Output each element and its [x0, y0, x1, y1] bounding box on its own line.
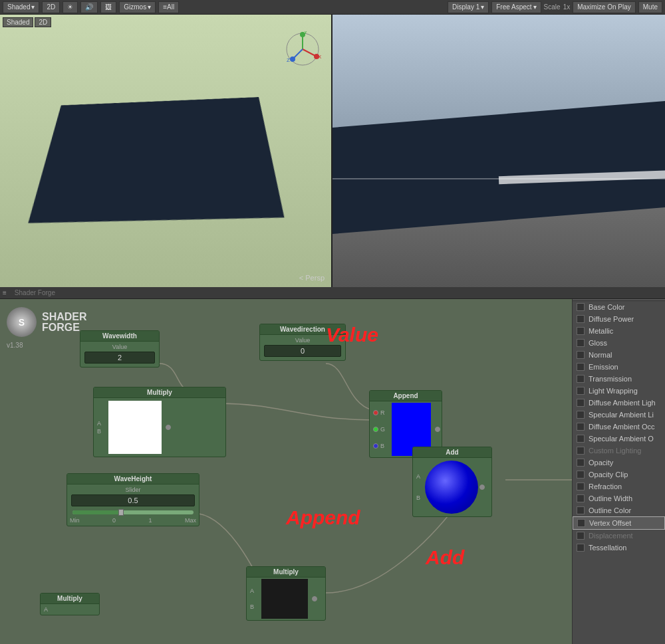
shaded-dropdown[interactable]: Shaded ▾	[3, 1, 39, 13]
slider-labels: Min 0 1 Max	[70, 517, 196, 524]
panel-checkbox-18[interactable]	[577, 519, 585, 527]
panel-item-base-color[interactable]: Base Color	[573, 301, 665, 313]
panel-checkbox-12[interactable]	[577, 447, 585, 455]
slider-thumb[interactable]	[118, 509, 124, 516]
add-out-dot	[479, 484, 485, 490]
panel-checkbox-9[interactable]	[577, 411, 585, 419]
all-button[interactable]: ≡All	[158, 1, 179, 13]
panel-item-displacement[interactable]: Displacement	[573, 530, 665, 542]
floating-value-label: Value	[326, 324, 378, 346]
panel-checkbox-8[interactable]	[577, 399, 585, 407]
panel-checkbox-7[interactable]	[577, 387, 585, 395]
node-add-out	[478, 482, 486, 492]
panel-checkbox-19[interactable]	[577, 532, 585, 540]
node-waveheight[interactable]: WaveHeight Slider 0.5 Min 0 1 Max	[66, 473, 200, 526]
panel-checkbox-5[interactable]	[577, 363, 585, 371]
panel-checkbox-17[interactable]	[577, 506, 585, 514]
panel-item-label-5: Emission	[589, 363, 618, 371]
node-add-body: A B	[413, 458, 491, 516]
panel-item-label-14: Opacity Clip	[589, 471, 628, 479]
panel-item-label-2: Metallic	[589, 327, 613, 335]
panel-item-opacity-clip[interactable]: Opacity Clip	[573, 469, 665, 481]
sun-button[interactable]: ☀	[63, 1, 78, 13]
viewport-right[interactable]	[332, 15, 665, 287]
image-button[interactable]: 🖼	[100, 1, 116, 13]
sf-header-path: Shader Forge	[9, 289, 61, 296]
panel-checkbox-4[interactable]	[577, 351, 585, 359]
node-wavedirection-value[interactable]: 0	[264, 345, 341, 357]
panel-checkbox-1[interactable]	[577, 315, 585, 323]
node-multiply1[interactable]: Multiply A B	[93, 387, 226, 457]
node-wavewidth-value[interactable]: 2	[84, 352, 155, 364]
sf-canvas[interactable]: S SHADER FORGE v1.38 Wavewidth Value 2 W…	[0, 287, 572, 644]
gizmos-button[interactable]: Gizmos ▾	[119, 1, 156, 13]
sf-logo: S SHADER FORGE	[7, 307, 87, 337]
sf-menu-btn[interactable]: ≡	[0, 289, 9, 296]
svg-text:Y: Y	[304, 31, 308, 35]
panel-checkbox-2[interactable]	[577, 327, 585, 335]
panel-checkbox-20[interactable]	[577, 544, 585, 552]
append-r-dot	[373, 410, 378, 415]
panel-checkbox-15[interactable]	[577, 483, 585, 490]
svg-point-8	[290, 56, 295, 62]
panel-item-specular-ambient-o[interactable]: Specular Ambient O	[573, 433, 665, 445]
2d-button[interactable]: 2D	[42, 1, 60, 13]
panel-checkbox-14[interactable]	[577, 471, 585, 479]
node-add[interactable]: Add A B	[412, 447, 492, 517]
sf-logo-line1: SHADER	[42, 312, 87, 322]
panel-item-refraction[interactable]: Refraction	[573, 481, 665, 492]
panel-item-emission[interactable]: Emission	[573, 361, 665, 373]
panel-item-transmission[interactable]: Transmission	[573, 373, 665, 385]
vp-left-2d[interactable]: 2D	[35, 17, 51, 27]
panel-item-diffuse-ambient-ligh[interactable]: Diffuse Ambient Ligh	[573, 397, 665, 409]
node-mb-out	[311, 595, 319, 603]
panel-item-vertex-offset[interactable]: Vertex Offset	[573, 516, 665, 530]
panel-item-normal[interactable]: Normal	[573, 349, 665, 361]
plane-left	[8, 91, 331, 242]
mute-button[interactable]: Mute	[638, 1, 662, 13]
panel-item-label-4: Normal	[589, 351, 612, 359]
panel-item-custom-lighting[interactable]: Custom Lighting	[573, 445, 665, 457]
node-add-title: Add	[413, 447, 491, 458]
panel-checkbox-3[interactable]	[577, 339, 585, 347]
panel-checkbox-6[interactable]	[577, 375, 585, 383]
panel-item-outline-color[interactable]: Outline Color	[573, 504, 665, 516]
node-add-preview-container	[425, 458, 478, 516]
panel-item-label-17: Outline Color	[589, 506, 631, 514]
panel-item-metallic[interactable]: Metallic	[573, 325, 665, 337]
panel-item-light-wrapping[interactable]: Light Wrapping	[573, 385, 665, 397]
panel-item-opacity[interactable]: Opacity	[573, 457, 665, 469]
node-wavewidth[interactable]: Wavewidth Value 2	[80, 330, 160, 368]
vp-left-shaded[interactable]: Shaded	[3, 17, 33, 27]
audio-button[interactable]: 🔊	[80, 1, 98, 13]
node-waveheight-slider[interactable]	[70, 508, 196, 517]
panel-item-outline-width[interactable]: Outline Width	[573, 492, 665, 504]
maximize-button[interactable]: Maximize On Play	[573, 1, 636, 13]
node-m2-a: A	[42, 605, 51, 613]
panel-checkbox-11[interactable]	[577, 435, 585, 443]
panel-item-label-1: Diffuse Power	[589, 315, 634, 323]
panel-item-gloss[interactable]: Gloss	[573, 337, 665, 349]
mb-b-label: B	[250, 603, 255, 610]
panel-item-tessellation[interactable]: Tessellation	[573, 542, 665, 554]
viewport-left[interactable]: Shaded 2D Y X Z < Persp	[0, 15, 332, 287]
slider-track[interactable]	[72, 510, 194, 514]
panel-item-specular-ambient-li[interactable]: Specular Ambient Li	[573, 409, 665, 421]
node-waveheight-value[interactable]: 0.5	[71, 494, 195, 506]
node-multiply2-small[interactable]: Multiply A	[40, 593, 100, 615]
panel-item-label-16: Outline Width	[589, 494, 632, 502]
panel-checkbox-16[interactable]	[577, 494, 585, 502]
aspect-dropdown[interactable]: Free Aspect ▾	[491, 1, 541, 13]
panel-checkbox-10[interactable]	[577, 423, 585, 431]
display-dropdown[interactable]: Display 1 ▾	[448, 1, 489, 13]
panel-item-label-20: Tessellation	[589, 544, 626, 552]
panel-checkbox-13[interactable]	[577, 459, 585, 467]
node-multiply-bottom[interactable]: Multiply A B	[246, 566, 326, 621]
panel-checkbox-0[interactable]	[577, 303, 585, 311]
panel-item-label-19: Displacement	[589, 532, 633, 540]
panel-item-diffuse-ambient-occ[interactable]: Diffuse Ambient Occ	[573, 421, 665, 433]
panel-item-diffuse-power[interactable]: Diffuse Power	[573, 313, 665, 325]
node-multiply1-out	[164, 422, 172, 433]
shader-forge-area: ≡ Shader Forge S SHADER	[0, 287, 665, 644]
append-out-dot	[435, 427, 440, 432]
